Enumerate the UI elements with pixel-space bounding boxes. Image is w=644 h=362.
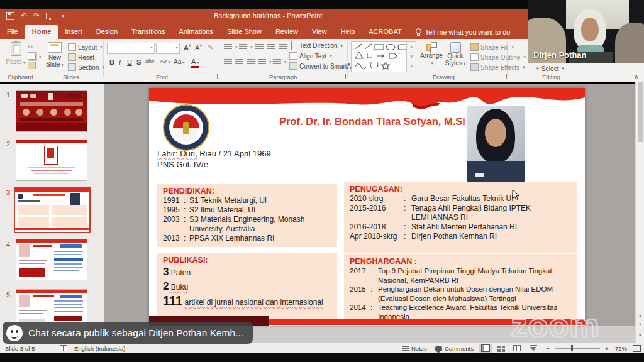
numbering-button[interactable] <box>239 44 253 50</box>
reset-button[interactable]: Reset <box>68 53 94 61</box>
text-shadow-button[interactable]: S <box>136 58 141 66</box>
notes-button[interactable]: Notes <box>402 345 427 352</box>
undo-icon[interactable]: ↶ <box>21 11 27 20</box>
shrink-font-button[interactable]: A˅ <box>195 43 202 52</box>
fit-to-window-button[interactable] <box>633 345 641 352</box>
bullets-button[interactable] <box>224 44 238 50</box>
drawing-dialog-launcher[interactable] <box>502 74 507 79</box>
chat-overlay[interactable]: Chat secara publik sebagai Ditjen Pothan… <box>3 322 253 344</box>
tab-transitions[interactable]: Transitions <box>125 25 172 39</box>
slide-thumbnail-3[interactable] <box>14 187 91 233</box>
shape-gallery-icons <box>352 42 414 70</box>
slide-title[interactable]: Prof. Dr. Ir. Bondan Tiara Sofyan, M.Si <box>243 116 501 128</box>
strikethrough-button[interactable]: abc <box>145 58 155 65</box>
new-slide-button[interactable]: New Slide <box>43 42 67 68</box>
slide-sorter-view-button[interactable] <box>494 344 507 353</box>
tab-slideshow[interactable]: Slide Show <box>220 25 269 39</box>
font-size-combobox[interactable] <box>156 43 180 54</box>
tell-me-box[interactable]: Tell me what you want to do <box>409 25 517 39</box>
spellcheck-icon[interactable] <box>60 345 67 351</box>
slide-canvas[interactable]: Prof. Dr. Ir. Bondan Tiara Sofyan, M.Si … <box>149 88 585 326</box>
tab-design[interactable]: Design <box>89 25 125 39</box>
align-text-button[interactable]: Align Text <box>289 52 332 60</box>
webcam-video[interactable]: Dirjen Pothan <box>528 0 644 63</box>
shape-outline-button[interactable]: Shape Outline <box>470 53 526 61</box>
next-slide-button[interactable]: ▾ <box>636 322 644 327</box>
tab-animations[interactable]: Animations <box>172 25 219 39</box>
zoom-watermark: zoom <box>511 305 599 344</box>
columns-button[interactable] <box>273 59 287 65</box>
character-spacing-button[interactable]: AV <box>160 58 170 65</box>
tab-insert[interactable]: Insert <box>58 25 89 39</box>
tab-help[interactable]: Help <box>334 25 362 39</box>
text-direction-button[interactable]: Text Direction <box>289 42 343 49</box>
assignments-box[interactable]: PENUGASAN: 2010-skrg:Guru Besar Fakultas… <box>344 182 577 253</box>
tab-acrobat[interactable]: ACROBAT <box>362 25 408 39</box>
slide-thumbnail-2[interactable] <box>16 140 87 181</box>
increase-indent-button[interactable] <box>267 44 275 50</box>
slide-thumbnail-4[interactable] <box>16 239 87 280</box>
cut-button[interactable]: ✂ <box>28 43 33 50</box>
copy-button[interactable] <box>28 52 42 60</box>
education-row: 1995:S2 Ilmu Material, UI <box>163 206 331 215</box>
section-label: Section <box>78 64 99 71</box>
bio-textbox[interactable]: Lahir: Duri, Riau / 21 April 1969 PNS Go… <box>157 148 271 170</box>
align-right-button[interactable] <box>247 59 255 65</box>
reading-view-button[interactable] <box>511 344 523 353</box>
chat-message: Chat secara publik sebagai Ditjen Pothan… <box>28 327 243 339</box>
layout-button[interactable]: Layout <box>68 43 103 51</box>
section-button[interactable]: Section <box>68 63 104 71</box>
participant-face <box>581 18 599 41</box>
clear-formatting-button[interactable]: ✎ <box>208 43 213 52</box>
slide-thumbnail-1[interactable] <box>16 90 87 132</box>
quick-styles-button[interactable]: Quick Styles <box>444 42 467 67</box>
smartart-button[interactable]: Convert to SmartArt <box>289 62 360 70</box>
clipboard-dialog-launcher[interactable] <box>30 74 35 79</box>
font-dialog-launcher[interactable] <box>213 74 218 79</box>
text-direction-label: Text Direction <box>299 42 338 49</box>
collapse-ribbon-icon[interactable]: ∧ <box>634 73 638 80</box>
shape-fill-button[interactable]: Shape Fill <box>470 43 514 51</box>
justify-button[interactable] <box>258 59 272 65</box>
vertical-scrollbar[interactable]: ▲ ▴ ▾ ▼ <box>635 63 644 343</box>
paste-button[interactable]: Paste <box>5 42 26 65</box>
language-indicator[interactable]: English (Indonesia) <box>74 345 125 352</box>
zoom-percentage[interactable]: 72% <box>615 345 627 352</box>
zoom-slider[interactable] <box>555 348 600 349</box>
tab-review[interactable]: Review <box>269 25 305 39</box>
bold-button[interactable]: B <box>109 58 114 66</box>
arrange-button[interactable]: Arrange <box>420 42 443 66</box>
italic-button[interactable]: I <box>119 58 121 66</box>
format-painter-button[interactable] <box>28 62 36 69</box>
tab-home[interactable]: Home <box>25 25 58 39</box>
comments-button[interactable]: Comments <box>435 345 474 352</box>
font-color-button[interactable]: A <box>191 58 199 68</box>
previous-slide-button[interactable]: ▴ <box>636 313 644 318</box>
align-center-button[interactable] <box>235 59 243 65</box>
select-button[interactable]: ⌖Select <box>536 65 564 72</box>
grow-font-button[interactable]: A˄ <box>184 43 191 52</box>
publications-box[interactable]: PUBLIKASI: 3 Paten 2 Buku 111 artikel di… <box>157 253 337 319</box>
zoom-in-button[interactable]: + <box>605 345 609 352</box>
tab-file[interactable]: File <box>0 25 25 39</box>
education-box[interactable]: PENDIDIKAN: 1991:S1 Teknik Metalurgi, UI… <box>157 184 337 247</box>
customize-qat-icon[interactable]: ▾ <box>62 13 64 19</box>
decrease-indent-button[interactable] <box>255 44 264 50</box>
paragraph-dialog-launcher[interactable] <box>341 74 346 79</box>
reset-label: Reset <box>78 54 94 61</box>
shape-effects-button[interactable]: Shape Effects <box>470 63 525 71</box>
save-icon[interactable] <box>6 12 14 20</box>
redo-icon[interactable]: ↷ <box>33 11 40 20</box>
normal-view-button[interactable] <box>479 344 492 353</box>
shape-gallery-scroll[interactable]: ∧∨≡ <box>406 41 416 72</box>
scrollbar-thumb[interactable] <box>638 73 643 142</box>
start-slideshow-icon[interactable] <box>46 13 55 19</box>
font-name-combobox[interactable] <box>107 43 155 54</box>
underline-button[interactable]: U <box>127 58 132 66</box>
slideshow-view-button[interactable] <box>527 344 540 353</box>
tab-view[interactable]: View <box>305 25 334 39</box>
align-left-button[interactable] <box>224 59 232 65</box>
change-case-button[interactable]: Aa <box>174 58 185 65</box>
zoom-slider-thumb[interactable] <box>571 345 573 351</box>
zoom-out-button[interactable]: − <box>546 345 550 352</box>
